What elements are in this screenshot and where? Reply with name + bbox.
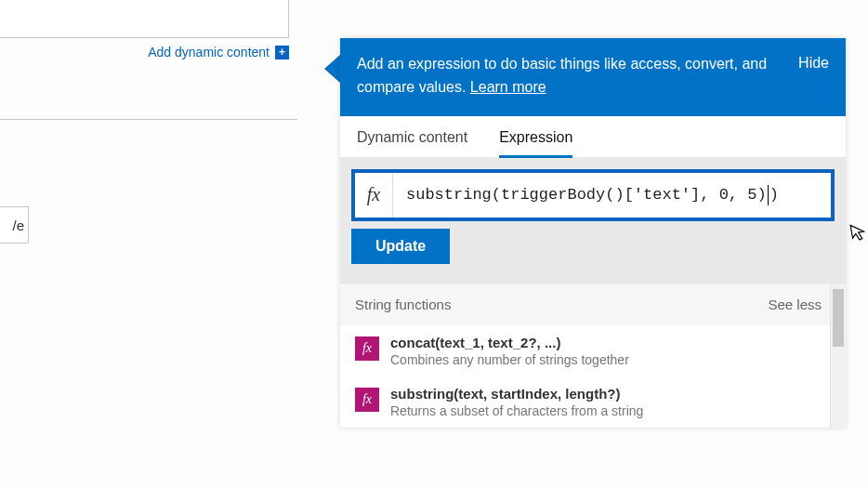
scrollbar[interactable] [830, 284, 846, 428]
fx-icon: fx [355, 173, 393, 218]
function-item-concat[interactable]: concat(text_1, text_2?, ...) Combines an… [340, 325, 846, 376]
fx-badge-icon [355, 388, 379, 412]
text-caret [768, 185, 769, 205]
fx-badge-icon [355, 336, 379, 361]
section-header-string-functions: String functions See less [340, 284, 846, 325]
tab-expression[interactable]: Expression [499, 129, 572, 157]
info-banner: Add an expression to do basic things lik… [340, 38, 846, 116]
callout-arrow-icon [324, 54, 341, 84]
function-description: Returns a subset of characters from a st… [390, 403, 643, 418]
scrollbar-thumb[interactable] [833, 289, 844, 347]
see-less-button[interactable]: See less [768, 297, 822, 312]
hide-button[interactable]: Hide [798, 53, 829, 99]
tab-dynamic-content[interactable]: Dynamic content [357, 129, 467, 157]
function-signature: concat(text_1, text_2?, ...) [390, 335, 629, 350]
update-button[interactable]: Update [351, 229, 450, 264]
banner-text: Add an expression to do basic things lik… [357, 53, 787, 99]
learn-more-link[interactable]: Learn more [470, 79, 546, 95]
plus-icon: + [275, 46, 289, 59]
expression-input[interactable]: substring(triggerBody()['text'], 0, 5)) [393, 185, 831, 205]
function-description: Combines any number of strings together [390, 352, 629, 367]
function-signature: substring(text, startIndex, length?) [390, 386, 643, 402]
functions-scroll-area: String functions See less concat(text_1,… [340, 283, 846, 428]
divider [0, 119, 297, 120]
save-button-fragment[interactable]: /e [0, 206, 29, 244]
expression-editor-zone: fx substring(triggerBody()['text'], 0, 5… [340, 158, 846, 283]
function-item-substring[interactable]: substring(text, startIndex, length?) Ret… [340, 376, 846, 428]
cursor-icon [849, 222, 868, 247]
input-box-fragment[interactable] [0, 0, 289, 38]
section-title: String functions [355, 297, 451, 312]
tab-bar: Dynamic content Expression [340, 116, 846, 158]
add-dynamic-content-label: Add dynamic content [148, 45, 270, 59]
expression-panel: Add an expression to do basic things lik… [340, 38, 846, 428]
expression-input-wrapper: fx substring(triggerBody()['text'], 0, 5… [351, 169, 835, 221]
add-dynamic-content-link[interactable]: Add dynamic content + [0, 45, 289, 59]
